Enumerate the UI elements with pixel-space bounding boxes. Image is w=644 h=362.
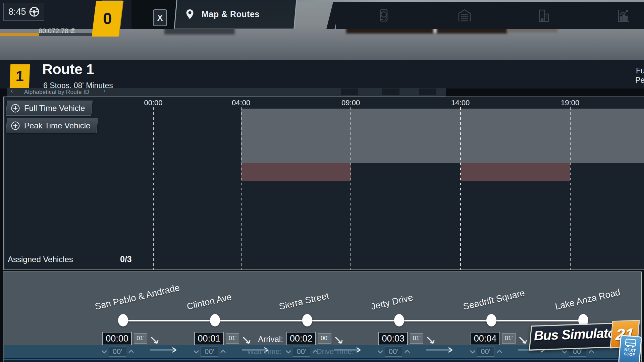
- schedule-timeline-panel: 00:0004:0009:0014:0019:00 Full Time Vehi…: [3, 97, 644, 270]
- plus-circle-icon: [11, 104, 20, 113]
- game-clock: 8:45: [3, 3, 44, 21]
- stop-name: Jetty Drive: [370, 292, 414, 312]
- money-progress-bar: [0, 33, 39, 36]
- stop-marker: [118, 314, 128, 326]
- time-tick-label: 14:00: [445, 99, 476, 107]
- bottom-strip-line: [4, 359, 642, 360]
- add-peak-time-vehicle-button[interactable]: Peak Time Vehicle: [6, 118, 98, 133]
- spinner-increase-chevron-icon[interactable]: [404, 349, 411, 354]
- time-gridline: [351, 107, 351, 269]
- time-gridline: [570, 107, 571, 269]
- route-line: [123, 320, 585, 321]
- arrival-time-input[interactable]: 00:02: [286, 332, 316, 345]
- drive-time-label: Drive Time:: [317, 347, 354, 356]
- spinner-increase-chevron-icon[interactable]: [128, 349, 135, 354]
- steering-wheel-icon: [28, 5, 41, 18]
- wait-time-label: Wait Time:: [231, 347, 282, 356]
- time-tick-label: 19:00: [555, 99, 585, 107]
- stop-marker: [302, 314, 312, 326]
- bus-simulator-screen: 8:45 80.072,78 ₡ 0 X Map & Routes: [0, 0, 644, 362]
- sort-bar-extra-box: [382, 88, 399, 95]
- close-key-hint[interactable]: X: [153, 9, 167, 26]
- tab-map-and-routes[interactable]: Map & Routes: [174, 0, 297, 29]
- arrival-time-input[interactable]: 00:03: [378, 332, 408, 345]
- arrival-label: Arrival:: [236, 335, 283, 344]
- wait-time-value[interactable]: 00': [109, 347, 126, 357]
- notification-count: 0: [103, 9, 112, 28]
- plus-circle-icon: [11, 121, 20, 130]
- route-title: Route 1: [42, 61, 94, 77]
- bus-search-icon[interactable]: [376, 8, 392, 23]
- stop-duration-badge: 00': [318, 333, 331, 344]
- clock-time: 8:45: [8, 7, 26, 17]
- statistics-icon[interactable]: [616, 8, 631, 23]
- clipped-label-peak: Pe: [635, 76, 644, 85]
- peak-time-vehicle-label: Peak Time Vehicle: [24, 121, 90, 130]
- stop-name: Sierra Street: [278, 291, 330, 312]
- stop-duration-badge: 01': [134, 333, 147, 344]
- drive-time-arrow-icon: [149, 336, 182, 353]
- schedule-band-service: [241, 109, 644, 163]
- next-stop-badge: NEXT STOP: [618, 335, 642, 362]
- chevron-left-icon[interactable]: ‹: [11, 87, 13, 95]
- drive-time-arrow-icon: [425, 336, 458, 353]
- wait-time-value[interactable]: 00': [201, 347, 218, 357]
- arrival-time-input[interactable]: 00:04: [471, 332, 500, 345]
- time-tick-label: 04:00: [226, 99, 256, 107]
- time-gridline: [460, 107, 461, 269]
- spinner-increase-chevron-icon[interactable]: [496, 349, 503, 354]
- stop-name: Lake Anza Road: [554, 287, 621, 312]
- tab-map-label: Map & Routes: [202, 9, 260, 19]
- route-number-badge: 1: [10, 64, 30, 88]
- stop-name: Clinton Ave: [186, 292, 233, 312]
- stop-duration-badge: 01': [502, 333, 516, 344]
- wait-time-value[interactable]: 00': [477, 347, 494, 357]
- time-tick-label: 00:00: [138, 99, 168, 107]
- stop-marker: [210, 314, 220, 326]
- depot-garage-icon[interactable]: [457, 8, 472, 23]
- add-full-time-vehicle-button[interactable]: Full Time Vehicle: [6, 101, 93, 116]
- spinner-decrease-chevron-icon[interactable]: [377, 349, 384, 354]
- sort-dropdown[interactable]: ‹ Alphabetical by Route ID ›: [7, 88, 446, 97]
- bus-simulator-21-logo: Bus Simulator 21 NEXT STOP: [530, 320, 641, 354]
- notification-count-badge: 0: [92, 1, 123, 37]
- close-key-label: X: [157, 13, 163, 23]
- location-pin-icon: [185, 9, 194, 20]
- time-tick-label: 09:00: [336, 99, 366, 107]
- spinner-decrease-chevron-icon[interactable]: [285, 349, 292, 354]
- assigned-vehicles-label: Assigned Vehicles: [8, 255, 73, 264]
- stop-name: Seadrift Square: [462, 288, 526, 312]
- sort-bar-extra-box: [419, 88, 436, 95]
- spinner-decrease-chevron-icon[interactable]: [101, 349, 108, 354]
- spinner-increase-chevron-icon[interactable]: [220, 349, 226, 354]
- wait-time-value[interactable]: 00': [385, 347, 402, 357]
- headquarters-icon[interactable]: [536, 8, 551, 23]
- route-header: 1 Route 1 6 Stops, 08' Minutes Fu Pe: [0, 60, 644, 88]
- wait-time-value[interactable]: 00': [293, 347, 310, 357]
- arrival-time-input[interactable]: 00:00: [102, 332, 132, 345]
- schedule-band-peak: [461, 163, 570, 181]
- time-gridline: [153, 107, 154, 269]
- stop-marker: [394, 314, 404, 326]
- full-time-vehicle-label: Full Time Vehicle: [24, 104, 85, 113]
- arrival-time-input[interactable]: 00:01: [194, 332, 224, 345]
- sort-label: Alphabetical by Route ID: [24, 89, 89, 96]
- stop-duration-badge: 01': [410, 333, 423, 344]
- spinner-decrease-chevron-icon[interactable]: [193, 349, 200, 354]
- clipped-label-full: Fu: [636, 66, 644, 75]
- logo-title: Bus Simulator: [534, 325, 621, 343]
- stop-marker: [486, 314, 496, 326]
- chevron-right-icon[interactable]: ›: [103, 87, 106, 95]
- assigned-vehicles-count: 0/3: [120, 254, 132, 264]
- stop-name: San Pablo & Andrade: [94, 283, 181, 312]
- schedule-band-peak: [241, 163, 351, 181]
- sort-bar-extra-box: [341, 88, 358, 95]
- spinner-decrease-chevron-icon[interactable]: [469, 349, 476, 354]
- time-gridline: [241, 107, 241, 269]
